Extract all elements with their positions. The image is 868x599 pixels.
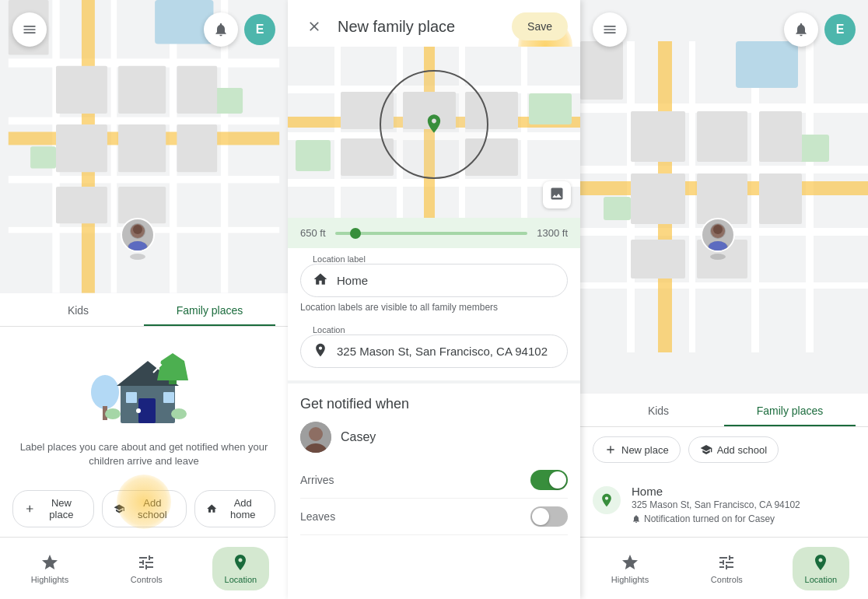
svg-rect-66 (580, 282, 868, 289)
svg-rect-37 (163, 392, 174, 403)
arrives-toggle[interactable] (530, 470, 568, 490)
location-label-input[interactable] (300, 264, 568, 297)
left-tab-kids[interactable]: Kids (12, 293, 144, 326)
arrives-label: Arrives (300, 474, 334, 486)
map-pin (423, 113, 445, 135)
new-place-button-left[interactable]: New place (12, 490, 94, 527)
svg-point-90 (709, 241, 727, 250)
highlights-label-right: Highlights (611, 575, 649, 584)
home-place-item[interactable]: Home 325 Mason St, San Francisco, CA 941… (580, 472, 868, 537)
right-tabs: Kids Family places (580, 394, 868, 427)
nav-controls-left[interactable]: Controls (118, 547, 175, 590)
home-icon-left (206, 503, 217, 515)
svg-rect-79 (759, 111, 802, 162)
location-label-label: Location label (310, 254, 369, 264)
notify-section: Get notified when Casey Arrives Leaves (288, 384, 580, 541)
svg-rect-83 (631, 240, 685, 278)
svg-rect-16 (118, 66, 166, 114)
svg-point-28 (128, 241, 147, 250)
right-tab-family-places[interactable]: Family places (724, 394, 856, 426)
location-input[interactable] (300, 335, 568, 368)
left-map: E (0, 0, 288, 293)
left-map-topbar: E (0, 12, 288, 47)
bell-icon (632, 514, 641, 524)
new-place-label-right: New place (621, 444, 669, 456)
nav-highlights-left[interactable]: Highlights (19, 547, 81, 590)
svg-rect-58 (529, 93, 572, 124)
svg-rect-2 (9, 117, 279, 124)
new-place-button-right[interactable]: New place (593, 436, 681, 463)
arrives-row: Arrives (300, 462, 568, 499)
svg-rect-49 (521, 47, 527, 218)
highlights-label-left: Highlights (31, 575, 68, 584)
controls-icon-right (717, 553, 736, 572)
radius-section: 650 ft 1300 ft (288, 218, 580, 248)
svg-rect-18 (56, 124, 107, 172)
location-label-right: Location (805, 575, 838, 584)
right-tab-kids[interactable]: Kids (593, 394, 724, 426)
center-title: New family place (338, 18, 502, 36)
left-panel: E Kids Family places (0, 0, 288, 599)
nav-location-right[interactable]: Location (793, 547, 850, 590)
svg-rect-82 (759, 173, 802, 224)
radius-track[interactable] (335, 232, 528, 235)
leaves-toggle-thumb (532, 508, 549, 525)
location-icon-left (231, 553, 250, 572)
home-place-icon (593, 486, 621, 514)
home-icon-list (599, 492, 614, 508)
home-icon-field (313, 271, 328, 287)
location-label-group: Location label (288, 248, 580, 297)
controls-label-left: Controls (131, 575, 163, 584)
center-header-wrapper: New family place Save (288, 0, 580, 47)
person-avatar-left (121, 218, 155, 260)
svg-rect-70 (806, 41, 814, 352)
svg-rect-12 (213, 88, 243, 114)
svg-rect-80 (631, 173, 685, 224)
plus-icon-right (604, 443, 617, 456)
add-school-button-left[interactable]: Add school (102, 490, 187, 527)
notification-icon-right (793, 22, 809, 37)
nav-controls-right[interactable]: Controls (698, 547, 755, 590)
svg-rect-13 (30, 146, 56, 168)
person-shadow (130, 254, 145, 260)
add-school-button-right[interactable]: Add school (688, 436, 779, 463)
new-place-label: New place (40, 497, 82, 520)
svg-point-39 (171, 408, 187, 419)
close-icon (306, 19, 322, 34)
add-home-button-left[interactable]: Add home (194, 490, 275, 527)
svg-rect-21 (56, 187, 107, 223)
svg-rect-46 (334, 47, 341, 218)
location-icon-field (313, 342, 328, 358)
home-place-info: Home 325 Mason St, San Francisco, CA 941… (632, 485, 856, 524)
save-button[interactable]: Save (512, 12, 568, 40)
user-avatar-right[interactable]: E (824, 14, 856, 45)
menu-button[interactable] (12, 12, 47, 47)
school-icon-right (700, 443, 712, 456)
notification-button-right[interactable] (784, 12, 818, 47)
radius-min: 650 ft (300, 227, 326, 239)
home-place-notification: Notification turned on for Casey (632, 513, 856, 524)
close-button[interactable] (300, 12, 328, 40)
person-avatar-circle-right (701, 218, 735, 252)
svg-rect-81 (697, 173, 747, 224)
left-tab-family-places[interactable]: Family places (144, 293, 275, 326)
home-place-address: 325 Mason St, San Francisco, CA 94102 (632, 499, 856, 510)
notification-button-left[interactable] (204, 12, 238, 47)
nav-highlights-right[interactable]: Highlights (599, 547, 661, 590)
leaves-row: Leaves (300, 499, 568, 535)
person-avatar (300, 422, 331, 453)
svg-point-60 (309, 427, 323, 441)
menu-button-right[interactable] (593, 12, 627, 47)
radius-thumb[interactable] (350, 228, 361, 239)
left-bottom-nav: Highlights Controls Location (0, 537, 288, 599)
photo-button[interactable] (543, 181, 571, 208)
nav-location-left[interactable]: Location (212, 547, 270, 590)
user-avatar-left[interactable]: E (244, 14, 275, 45)
location-label-left: Location (225, 575, 257, 584)
notification-text: Notification turned on for Casey (644, 513, 775, 524)
left-illustration: Label places you care about and get noti… (0, 327, 288, 481)
location-label-hint: Location labels are visible to all famil… (288, 297, 580, 319)
menu-icon-right (602, 22, 618, 37)
person-avatar-right (701, 218, 735, 260)
leaves-toggle[interactable] (530, 506, 568, 527)
